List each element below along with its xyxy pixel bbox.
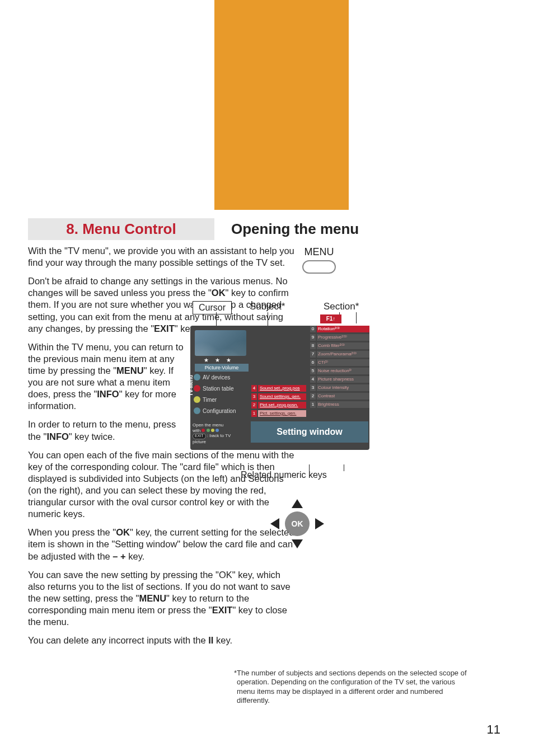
section-item: 2Contrast [310, 393, 369, 400]
menu-key-label: MENU [291, 246, 347, 258]
subject-item: 3Sound settings, gen. [251, 393, 306, 400]
osd-stars: ★ ★ ★ [204, 357, 233, 363]
osd-left-menu-item: Configuration [194, 407, 236, 414]
subject-number: 1 [251, 410, 257, 417]
section-label: Colour intensity [317, 384, 369, 391]
section-item: 4Picture sharpness [310, 376, 369, 383]
para-4: In order to return to the menu, press th… [28, 419, 190, 442]
subject-label: Sound set.,prog.pos [258, 385, 306, 392]
setting-window-banner: Setting window [251, 421, 368, 443]
ok-button-icon: OK [285, 511, 310, 536]
osd-left-menu-item: Timer [194, 396, 217, 403]
subject-label: Subject* [250, 301, 285, 312]
para-3: Within the TV menu, you can return to th… [28, 341, 190, 412]
menu-dot-icon [194, 374, 200, 381]
section-item: 1Brightness [310, 401, 369, 408]
heading-row: 8. Menu Control Opening the menu [28, 218, 506, 240]
heading-opening-menu: Opening the menu [214, 220, 359, 238]
exit-pill-icon: EXIT [193, 433, 206, 439]
menu-dot-icon [194, 385, 200, 392]
section-number: 1 [310, 401, 316, 408]
dot-yellow-icon [211, 429, 214, 432]
section-number: 8 [310, 342, 316, 349]
arrow-right-icon [315, 518, 324, 529]
right-column: MENU [229, 246, 504, 274]
menu-key-icon [302, 260, 336, 274]
arrow-up-icon [292, 499, 303, 508]
dot-green-icon [207, 429, 210, 432]
section-label: Picture sharpness [317, 376, 369, 383]
section-label: Noise reduction³⁾ [317, 368, 369, 374]
menu-dot-icon [194, 396, 200, 403]
menu-item-label: Configuration [203, 408, 236, 414]
section-item: 8Comb filter²⁾³⁾ [310, 342, 369, 349]
osd-left-menu-item: AV devices [194, 374, 230, 381]
section-number: 9 [310, 334, 316, 341]
f1-indicator: F1↑ [320, 314, 341, 323]
section-label: Comb filter²⁾³⁾ [317, 342, 369, 349]
menu-item-label: Station table [203, 386, 234, 392]
subject-number: 3 [251, 393, 257, 400]
cursor-label: Cursor [193, 301, 232, 314]
heading-menu-control: 8. Menu Control [28, 218, 214, 240]
section-label: CTI³⁾ [317, 359, 369, 366]
ok-navigation-icon: OK [266, 498, 327, 548]
tv-menu-vertical-label: TV-Menu [188, 375, 194, 396]
section-number: 0 [310, 326, 316, 332]
subject-number: 4 [251, 385, 257, 392]
section-number: 7 [310, 351, 316, 358]
subject-number: 2 [251, 402, 257, 408]
section-number: 4 [310, 376, 316, 383]
section-item: 3Colour intensity [310, 384, 369, 391]
picture-volume-bar: Picture·Volume [195, 364, 249, 372]
dot-red-icon [202, 429, 205, 432]
footnote: * The number of subjects and sections de… [234, 669, 469, 705]
section-number: 3 [310, 384, 316, 391]
subject-label: Pict. settings, gen. [258, 410, 306, 417]
section-label: Progressive²⁾³⁾ [317, 334, 369, 341]
section-item: 6CTI³⁾ [310, 359, 369, 366]
section-label: Rotation²⁾³⁾ [317, 326, 369, 332]
open-menu-hint: Open the menu with EXIT : back to TV pic… [193, 422, 231, 444]
section-label: Contrast [317, 393, 369, 400]
osd-decor-image [195, 330, 246, 356]
subject-label: Sound settings, gen. [258, 393, 306, 400]
section-item: 5Noise reduction³⁾ [310, 368, 369, 374]
footnote-text: The number of subjects and sections depe… [237, 669, 466, 705]
menu-dot-icon [194, 407, 200, 414]
section-item: 9Progressive²⁾³⁾ [310, 334, 369, 341]
orange-accent-bar [214, 0, 349, 210]
section-label: Brightness [317, 401, 369, 408]
subject-item: 4Sound set.,prog.pos [251, 385, 306, 392]
menu-item-label: AV devices [203, 374, 230, 381]
section-label: Zoom/Panorama²⁾³⁾ [317, 351, 369, 358]
section-item: 7Zoom/Panorama²⁾³⁾ [310, 351, 369, 358]
pointer-line [356, 312, 357, 323]
section-number: 5 [310, 368, 316, 374]
subject-item: 1Pict. settings, gen. [251, 410, 306, 417]
osd-left-menu-item: Station table [194, 385, 234, 392]
section-number: 6 [310, 359, 316, 366]
arrow-left-icon [270, 518, 279, 529]
related-numeric-keys-label: Related numeric keys [241, 470, 327, 480]
para-6: When you press the "OK" key, the current… [28, 527, 297, 562]
arrow-down-icon [292, 539, 303, 548]
dot-blue-icon [216, 429, 219, 432]
osd-diagram: Cursor Subject* Section* ▼ F1↑ ★ ★ ★ Pic… [177, 313, 378, 466]
para-8: You can delete any incorrect inputs with… [28, 635, 297, 646]
para-7: You can save the new setting by pressing… [28, 569, 297, 628]
section-number: 2 [310, 393, 316, 400]
pointer-line [216, 312, 217, 326]
subject-item: 2Pict.set.,prog.posn. [251, 402, 306, 408]
pointer-line [344, 464, 344, 471]
section-item: 0Rotation²⁾³⁾ [310, 326, 369, 332]
menu-item-label: Timer [203, 397, 217, 403]
page-number: 11 [487, 722, 500, 737]
section-label: Section* [324, 301, 359, 312]
subject-label: Pict.set.,prog.posn. [258, 402, 306, 408]
